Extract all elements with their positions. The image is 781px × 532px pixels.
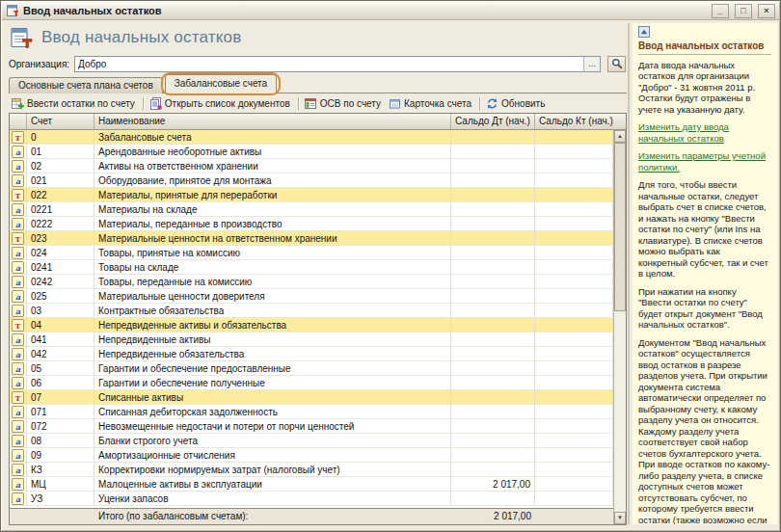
saldo-dt-cell (451, 390, 535, 404)
account-code: 07 (27, 390, 94, 404)
table-row[interactable]: Т04Непредвиденные активы и обязательства (10, 318, 613, 332)
account-kind-icon: а (10, 419, 27, 433)
saldo-kt-cell (535, 347, 613, 360)
account-code: 03 (27, 304, 94, 317)
account-card-button[interactable]: Карточка счета (386, 95, 476, 112)
table-row[interactable]: Т022Материалы, принятые для переработки (10, 188, 613, 202)
footer-spacer (27, 509, 94, 524)
table-row[interactable]: а041Непредвиденные активы (10, 332, 613, 347)
table-row[interactable]: а0222Материалы, переданные в производств… (10, 217, 613, 231)
table-row[interactable]: а05Гарантии и обеспечение предоставленны… (10, 361, 613, 376)
column-header-name[interactable]: Наименование (94, 114, 451, 129)
scroll-thumb[interactable] (614, 143, 626, 311)
help-blocks: Дата ввода начальных остатков для органи… (638, 60, 771, 525)
organization-field: ... (74, 56, 601, 72)
table-row[interactable]: а042Непредвиденные обязательства (10, 347, 613, 361)
table-row[interactable]: а03Контрактные обязательства (10, 304, 613, 318)
table-row[interactable]: аКЗКорректировки нормируемых затрат (нал… (10, 463, 613, 477)
help-paragraph: Для того, чтобы ввести начальные остатки… (638, 179, 771, 279)
table-row[interactable]: а025Материальные ценности доверителя (10, 289, 613, 304)
table-row[interactable]: а071Списанная дебиторская задолженность (10, 405, 613, 419)
account-name: Гарантии и обеспечение полученные (94, 376, 451, 389)
help-link[interactable]: Изменить дату ввода начальных остатков (638, 121, 771, 144)
account-code: 0242 (27, 275, 94, 288)
saldo-kt-cell (535, 463, 613, 476)
tab-strip: Основные счета плана счетов Забалансовые… (9, 75, 279, 93)
table-row[interactable]: Т07Списанные активы (10, 390, 613, 405)
account-kind-icon: а (10, 463, 27, 476)
organization-input[interactable] (75, 57, 583, 71)
account-name: Непредвиденные активы (94, 332, 451, 346)
vertical-scrollbar[interactable]: ▲ ▼ (613, 130, 626, 524)
table-row[interactable]: а09Амортизационные отчисления (10, 448, 613, 463)
column-header-account[interactable]: Счет (27, 114, 94, 129)
table-row[interactable]: а0241Товары на складе (10, 260, 613, 275)
open-documents-list-button[interactable]: Открыть список документов (147, 95, 295, 112)
open-documents-list-label: Открыть список документов (165, 98, 290, 109)
tab-offbalance-accounts[interactable]: Забалансовые счета (165, 74, 277, 93)
saldo-dt-cell (451, 361, 535, 375)
table-row[interactable]: Т023Материальные ценности на ответственн… (10, 231, 613, 246)
column-header-saldo-kt[interactable]: Сальдо Кт (нач.) (535, 114, 626, 129)
close-button[interactable]: × (758, 4, 775, 18)
saldo-kt-cell (535, 332, 613, 346)
account-kind-icon: а (10, 246, 27, 259)
account-code: 025 (27, 289, 94, 303)
minimize-button[interactable]: _ (712, 4, 729, 18)
grid-footer: Итого (по забалансовым счетам): 2 017,00 (10, 508, 613, 524)
account-code: 01 (27, 145, 94, 158)
table-row[interactable]: аМЦМалоценные активы в эксплуатации2 017… (10, 477, 613, 492)
account-code: МЦ (27, 477, 94, 491)
account-code: 023 (27, 231, 94, 245)
table-body: Т0Забалансовые счетаа01Арендованные необ… (10, 130, 613, 508)
saldo-kt-cell (535, 318, 613, 332)
saldo-dt-cell (451, 448, 535, 462)
table-row[interactable]: а0221Материалы на складе (10, 202, 613, 217)
refresh-button[interactable]: Обновить (483, 95, 550, 112)
table-row[interactable]: Т0Забалансовые счета (10, 130, 613, 145)
account-code: 04 (27, 318, 94, 332)
account-kind-icon: а (10, 145, 27, 158)
osv-by-account-button[interactable]: ОСВ по счету (302, 95, 386, 112)
account-name: Контрактные обязательства (94, 304, 451, 317)
table-row[interactable]: а024Товары, принятые на комиссию (10, 246, 613, 260)
account-name: Корректировки нормируемых затрат (налого… (94, 463, 451, 476)
enter-balances-label: Ввести остатки по счету (27, 98, 135, 109)
scroll-down-button[interactable]: ▼ (614, 512, 626, 524)
help-panel-title: Ввод начальных остатков (638, 40, 771, 52)
organization-open-button[interactable] (607, 56, 626, 72)
saldo-dt-cell (451, 463, 535, 476)
footer-total-kt (535, 509, 613, 524)
column-header-saldo-dt[interactable]: Сальдо Дт (нач.) (451, 114, 535, 129)
saldo-dt-cell (451, 202, 535, 216)
table-row[interactable]: а06Гарантии и обеспечение полученные (10, 376, 613, 390)
table-row[interactable]: а02Активы на ответственном хранении (10, 159, 613, 173)
saldo-dt-cell (451, 231, 535, 245)
account-name: Непредвиденные обязательства (94, 347, 451, 360)
help-link[interactable]: Изменить параметры учетной политики. (638, 150, 771, 173)
toolbar-separator (143, 97, 144, 110)
account-kind-icon: а (10, 376, 27, 389)
saldo-kt-cell (535, 376, 613, 389)
panel-splitter[interactable] (628, 23, 630, 524)
saldo-kt-cell (535, 188, 613, 201)
table-row[interactable]: а08Бланки строгого учета (10, 434, 613, 448)
saldo-dt-cell (451, 188, 535, 201)
table-row[interactable]: а01Арендованные необоротные активы (10, 145, 613, 159)
organization-choose-button[interactable]: ... (583, 57, 600, 71)
scroll-up-button[interactable]: ▲ (614, 130, 626, 143)
account-code: 09 (27, 448, 94, 462)
account-code: 05 (27, 361, 94, 375)
maximize-button[interactable]: □ (735, 4, 752, 18)
help-paragraph: При нажатии на кнопку "Ввести остатки по… (638, 286, 771, 331)
tab-main-accounts[interactable]: Основные счета плана счетов (9, 77, 163, 93)
organization-row: Организация: ... (9, 55, 626, 72)
table-row[interactable]: а0242Товары, переданные на комиссию (10, 275, 613, 289)
saldo-dt-cell (451, 217, 535, 230)
table-row[interactable]: аУЗУценки запасов (10, 492, 613, 506)
table-row[interactable]: а072Невозмещенные недостачи и потери от … (10, 419, 613, 434)
enter-balances-button[interactable]: Ввести остатки по счету (9, 95, 140, 112)
saldo-kt-cell (535, 202, 613, 216)
table-row[interactable]: а021Оборудование, принятое для монтажа (10, 173, 613, 188)
account-kind-icon: а (10, 405, 27, 418)
